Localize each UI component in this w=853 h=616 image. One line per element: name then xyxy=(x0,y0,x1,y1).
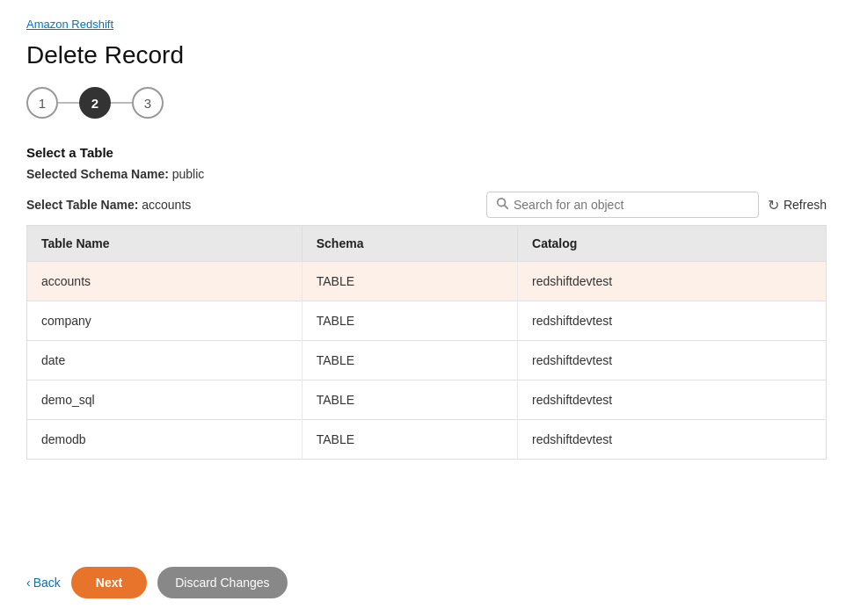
page-wrapper: Amazon Redshift Delete Record 1 2 3 Sele… xyxy=(0,0,853,616)
step-1: 1 xyxy=(26,87,58,119)
schema-info: Selected Schema Name: public xyxy=(26,167,827,181)
select-a-table-section: Select a Table Selected Schema Name: pub… xyxy=(26,145,827,181)
search-box[interactable] xyxy=(486,192,759,218)
cell-schema: TABLE xyxy=(302,420,517,460)
table-container: Table Name Schema Catalog accounts TABLE… xyxy=(26,225,827,460)
cell-catalog: redshiftdevtest xyxy=(518,341,827,380)
table-controls: Select Table Name: accounts ↻ Refresh xyxy=(26,192,827,218)
stepper: 1 2 3 xyxy=(26,87,827,119)
select-table-key: Select Table Name: xyxy=(26,198,138,212)
back-link[interactable]: ‹ Back xyxy=(26,576,61,590)
step-3: 3 xyxy=(132,87,164,119)
search-icon xyxy=(496,197,508,213)
cell-table-name: date xyxy=(27,341,303,380)
selected-table-name: accounts xyxy=(142,198,191,212)
cell-schema: TABLE xyxy=(302,301,517,341)
cell-catalog: redshiftdevtest xyxy=(518,380,827,420)
table-row[interactable]: date TABLE redshiftdevtest xyxy=(27,341,827,380)
table-row[interactable]: demo_sql TABLE redshiftdevtest xyxy=(27,380,827,420)
col-schema: Schema xyxy=(302,226,517,262)
page-title: Delete Record xyxy=(26,41,827,69)
cell-table-name: accounts xyxy=(27,262,303,301)
refresh-icon: ↻ xyxy=(768,197,779,214)
footer: ‹ Back Next Discard Changes xyxy=(26,567,288,598)
discard-button[interactable]: Discard Changes xyxy=(157,567,287,598)
col-table-name: Table Name xyxy=(27,226,303,262)
schema-label: Selected Schema Name: xyxy=(26,167,169,181)
step-connector-1 xyxy=(58,102,79,104)
search-refresh-group: ↻ Refresh xyxy=(486,192,827,218)
table-body: accounts TABLE redshiftdevtest company T… xyxy=(27,262,827,460)
col-catalog: Catalog xyxy=(518,226,827,262)
refresh-button[interactable]: ↻ Refresh xyxy=(768,197,827,214)
step-connector-2 xyxy=(111,102,132,104)
breadcrumb[interactable]: Amazon Redshift xyxy=(26,18,827,31)
table-row[interactable]: demodb TABLE redshiftdevtest xyxy=(27,420,827,460)
back-label: Back xyxy=(33,576,61,590)
search-input[interactable] xyxy=(514,198,749,212)
table-header: Table Name Schema Catalog xyxy=(27,226,827,262)
cell-schema: TABLE xyxy=(302,380,517,420)
cell-catalog: redshiftdevtest xyxy=(518,420,827,460)
cell-catalog: redshiftdevtest xyxy=(518,262,827,301)
cell-table-name: demo_sql xyxy=(27,380,303,420)
back-arrow-icon: ‹ xyxy=(26,576,31,590)
data-table: Table Name Schema Catalog accounts TABLE… xyxy=(26,225,827,460)
next-button[interactable]: Next xyxy=(71,567,147,598)
refresh-label: Refresh xyxy=(784,198,827,212)
cell-table-name: demodb xyxy=(27,420,303,460)
cell-table-name: company xyxy=(27,301,303,341)
section-title: Select a Table xyxy=(26,145,827,160)
header-row: Table Name Schema Catalog xyxy=(27,226,827,262)
schema-value-text: public xyxy=(172,167,205,181)
cell-schema: TABLE xyxy=(302,341,517,380)
table-row[interactable]: company TABLE redshiftdevtest xyxy=(27,301,827,341)
cell-schema: TABLE xyxy=(302,262,517,301)
cell-catalog: redshiftdevtest xyxy=(518,301,827,341)
step-2: 2 xyxy=(79,87,111,119)
svg-line-1 xyxy=(505,206,508,209)
select-table-label: Select Table Name: accounts xyxy=(26,198,191,212)
table-row[interactable]: accounts TABLE redshiftdevtest xyxy=(27,262,827,301)
